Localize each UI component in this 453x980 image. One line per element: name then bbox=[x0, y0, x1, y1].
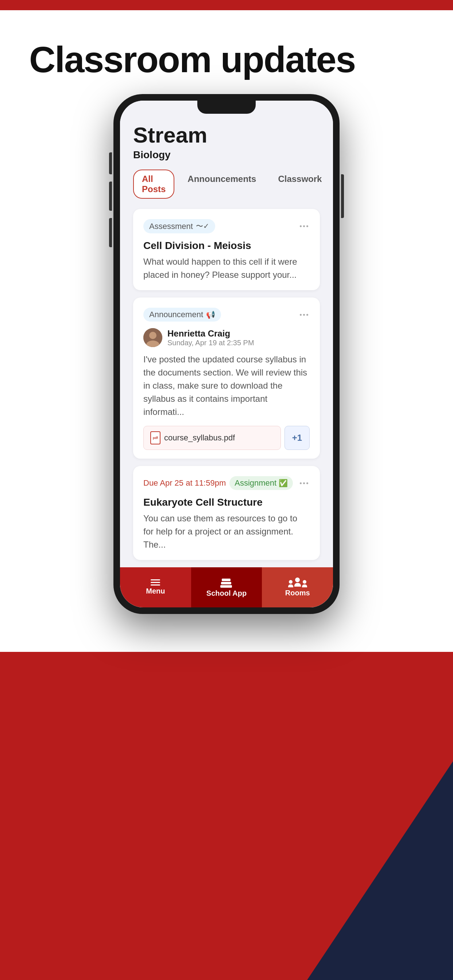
pdf-icon: pdf bbox=[150, 431, 161, 444]
page-title-area: Classroom updates bbox=[0, 10, 453, 94]
attachment-more[interactable]: +1 bbox=[284, 426, 309, 450]
card-body-assignment: You can use them as resources to go to f… bbox=[144, 512, 309, 551]
stream-title: Stream bbox=[133, 123, 320, 148]
clipboard-icon: ✅ bbox=[279, 479, 288, 487]
phone-notch bbox=[197, 100, 256, 114]
phone-wrapper: Stream Biology All Posts Announcements C… bbox=[0, 94, 453, 614]
card-header-assessment: Assessment 〜✓ bbox=[144, 219, 309, 233]
status-bar bbox=[0, 0, 453, 10]
filter-tabs: All Posts Announcements Classwork bbox=[133, 170, 320, 199]
author-name: Henrietta Craig bbox=[167, 328, 254, 339]
card-body-assessment: What would happen to this cell if it wer… bbox=[144, 255, 309, 282]
tab-classwork[interactable]: Classwork bbox=[269, 170, 330, 199]
phone-mockup: Stream Biology All Posts Announcements C… bbox=[113, 94, 340, 614]
author-row: Henrietta Craig Sunday, Apr 19 at 2:35 P… bbox=[144, 328, 309, 347]
more-menu-button-2[interactable] bbox=[298, 312, 309, 317]
card-assessment[interactable]: Assessment 〜✓ Cell Division - Meiosis Wh… bbox=[133, 209, 320, 290]
due-date-badge: Due Apr 25 at 11:59pm bbox=[144, 478, 226, 488]
tab-announcements[interactable]: Announcements bbox=[179, 170, 265, 199]
phone-button-vol-down bbox=[109, 218, 112, 247]
assessment-icon: 〜✓ bbox=[196, 221, 209, 231]
card-header-left: Due Apr 25 at 11:59pm Assignment ✅ bbox=[144, 476, 293, 490]
phone-button-vol-up bbox=[109, 181, 112, 211]
page-title: Classroom updates bbox=[29, 40, 424, 80]
nav-rooms[interactable]: Rooms bbox=[262, 567, 333, 608]
rooms-icon bbox=[288, 578, 307, 587]
phone-button-silent bbox=[109, 153, 112, 174]
card-announcement[interactable]: Announcement 📢 bbox=[133, 298, 320, 459]
card-header-assignment: Due Apr 25 at 11:59pm Assignment ✅ bbox=[144, 476, 309, 490]
card-title-assessment: Cell Division - Meiosis bbox=[144, 240, 309, 251]
stream-subtitle: Biology bbox=[133, 149, 320, 161]
phone-screen: Stream Biology All Posts Announcements C… bbox=[120, 100, 333, 608]
attachment-row: pdf course_syllabus.pdf +1 bbox=[144, 426, 309, 450]
stream-header: Stream Biology bbox=[133, 123, 320, 161]
announcement-badge: Announcement 📢 bbox=[144, 308, 221, 321]
bottom-nav: Menu School App bbox=[120, 567, 333, 608]
stack-icon bbox=[220, 578, 233, 588]
nav-school-app[interactable]: School App bbox=[191, 567, 262, 608]
phone-button-power bbox=[341, 174, 344, 218]
svg-point-1 bbox=[149, 332, 156, 339]
author-info: Henrietta Craig Sunday, Apr 19 at 2:35 P… bbox=[167, 328, 254, 347]
tab-all-posts[interactable]: All Posts bbox=[133, 170, 174, 199]
attachment-pdf[interactable]: pdf course_syllabus.pdf bbox=[144, 426, 281, 450]
card-title-assignment: Eukaryote Cell Structure bbox=[144, 496, 309, 508]
nav-rooms-label: Rooms bbox=[285, 589, 310, 597]
card-body-announcement: I've posted the updated course syllabus … bbox=[144, 353, 309, 418]
card-header-announcement: Announcement 📢 bbox=[144, 308, 309, 321]
screen-content: Stream Biology All Posts Announcements C… bbox=[120, 100, 333, 560]
author-date: Sunday, Apr 19 at 2:35 PM bbox=[167, 339, 254, 347]
nav-school-app-label: School App bbox=[206, 589, 247, 598]
avatar bbox=[144, 328, 162, 347]
assignment-badge: Assignment ✅ bbox=[230, 476, 293, 490]
menu-icon bbox=[151, 579, 160, 585]
nav-menu[interactable]: Menu bbox=[120, 567, 191, 608]
more-menu-button-3[interactable] bbox=[298, 481, 309, 485]
attachment-filename: course_syllabus.pdf bbox=[164, 433, 235, 442]
assessment-badge: Assessment 〜✓ bbox=[144, 219, 215, 233]
nav-menu-label: Menu bbox=[146, 587, 165, 595]
more-menu-button[interactable] bbox=[298, 224, 309, 229]
megaphone-icon: 📢 bbox=[206, 310, 215, 319]
card-assignment[interactable]: Due Apr 25 at 11:59pm Assignment ✅ Eukar… bbox=[133, 466, 320, 560]
